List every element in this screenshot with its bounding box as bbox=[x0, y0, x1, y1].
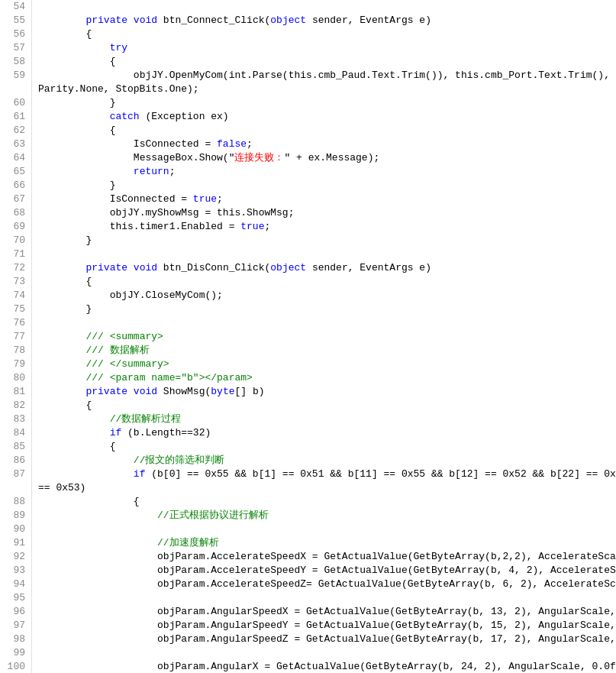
line-number: 99 bbox=[3, 646, 25, 660]
line-number: 86 bbox=[3, 454, 25, 468]
code-line: == 0x53) bbox=[38, 481, 616, 495]
line-number: 79 bbox=[3, 358, 25, 371]
code-line: Parity.None, StopBits.One); bbox=[38, 83, 616, 96]
code-line: MessageBox.Show("连接失败：" + ex.Message); bbox=[38, 151, 616, 165]
code-line: private void ShowMsg(byte[] b) bbox=[38, 385, 616, 399]
line-number: 77 bbox=[3, 330, 25, 344]
code-line: objParam.AccelerateSpeedZ= GetActualValu… bbox=[38, 578, 616, 591]
line-number: 62 bbox=[3, 124, 25, 138]
code-line: try bbox=[38, 41, 616, 55]
code-line: objParam.AngularSpeedY = GetActualValue(… bbox=[38, 619, 616, 633]
code-line: catch (Exception ex) bbox=[38, 110, 616, 124]
code-line: objJY.myShowMsg = this.ShowMsg; bbox=[38, 206, 616, 220]
code-line: objParam.AngularSpeedZ = GetActualValue(… bbox=[38, 633, 616, 646]
code-line bbox=[38, 248, 616, 261]
line-number: 97 bbox=[3, 619, 25, 633]
code-line: /// <summary> bbox=[38, 330, 616, 344]
line-number: 56 bbox=[3, 28, 25, 41]
code-line: { bbox=[38, 55, 616, 69]
line-number: 58 bbox=[3, 55, 25, 69]
line-number: 88 bbox=[3, 495, 25, 509]
line-number: 80 bbox=[3, 371, 25, 385]
line-number: 64 bbox=[3, 151, 25, 165]
code-line: this.timer1.Enabled = true; bbox=[38, 220, 616, 234]
line-number: 54 bbox=[3, 0, 25, 14]
code-line: private void btn_Connect_Click(object se… bbox=[38, 14, 616, 28]
code-line: { bbox=[38, 124, 616, 138]
code-line: { bbox=[38, 399, 616, 413]
line-number: 87 bbox=[3, 468, 25, 481]
line-number: 82 bbox=[3, 399, 25, 413]
line-number: 85 bbox=[3, 440, 25, 454]
line-number: 72 bbox=[3, 261, 25, 275]
code-line: } bbox=[38, 303, 616, 316]
line-number: 59 bbox=[3, 69, 25, 83]
code-line: objJY.OpenMyCom(int.Parse(this.cmb_Paud.… bbox=[38, 69, 616, 83]
line-number-gutter: 5455565758596061626364656667686970717273… bbox=[0, 0, 32, 673]
line-number: 76 bbox=[3, 316, 25, 330]
line-number bbox=[3, 481, 25, 495]
line-number: 66 bbox=[3, 179, 25, 193]
line-number: 91 bbox=[3, 536, 25, 550]
line-number: 78 bbox=[3, 344, 25, 358]
line-number: 92 bbox=[3, 550, 25, 564]
line-number: 61 bbox=[3, 110, 25, 124]
code-line: } bbox=[38, 96, 616, 110]
line-number: 83 bbox=[3, 413, 25, 426]
code-line: objParam.AngularX = GetActualValue(GetBy… bbox=[38, 660, 616, 673]
line-number: 89 bbox=[3, 509, 25, 523]
line-number: 65 bbox=[3, 165, 25, 179]
code-line: //报文的筛选和判断 bbox=[38, 454, 616, 468]
line-number: 71 bbox=[3, 248, 25, 261]
code-line bbox=[38, 646, 616, 660]
code-line: objParam.AccelerateSpeedX = GetActualVal… bbox=[38, 550, 616, 564]
line-number: 75 bbox=[3, 303, 25, 316]
code-line: //加速度解析 bbox=[38, 536, 616, 550]
line-number: 68 bbox=[3, 206, 25, 220]
line-number: 98 bbox=[3, 633, 25, 646]
code-line: /// <param name="b"></param> bbox=[38, 371, 616, 385]
code-line: if (b.Length==32) bbox=[38, 426, 616, 440]
line-number: 84 bbox=[3, 426, 25, 440]
line-number: 74 bbox=[3, 289, 25, 303]
code-line: IsConnected = false; bbox=[38, 138, 616, 151]
line-number: 73 bbox=[3, 275, 25, 289]
code-line: //数据解析过程 bbox=[38, 413, 616, 426]
line-number: 94 bbox=[3, 578, 25, 591]
code-line: IsConnected = true; bbox=[38, 193, 616, 206]
code-line: { bbox=[38, 275, 616, 289]
code-line: return; bbox=[38, 165, 616, 179]
code-line: objParam.AngularSpeedX = GetActualValue(… bbox=[38, 605, 616, 619]
code-line bbox=[38, 316, 616, 330]
line-number: 69 bbox=[3, 220, 25, 234]
line-number: 57 bbox=[3, 41, 25, 55]
code-line: if (b[0] == 0x55 && b[1] == 0x51 && b[11… bbox=[38, 468, 616, 481]
code-line: private void btn_DisConn_Click(object se… bbox=[38, 261, 616, 275]
code-line bbox=[38, 523, 616, 536]
code-editor: 5455565758596061626364656667686970717273… bbox=[0, 0, 616, 673]
line-number: 95 bbox=[3, 591, 25, 605]
line-number: 55 bbox=[3, 14, 25, 28]
code-line: objParam.AccelerateSpeedY = GetActualVal… bbox=[38, 564, 616, 578]
line-number: 90 bbox=[3, 523, 25, 536]
code-line: objJY.CloseMyCom(); bbox=[38, 289, 616, 303]
line-number: 96 bbox=[3, 605, 25, 619]
code-line: { bbox=[38, 28, 616, 41]
code-line: } bbox=[38, 179, 616, 193]
code-line: /// 数据解析 bbox=[38, 344, 616, 358]
code-line: } bbox=[38, 234, 616, 248]
line-number: 63 bbox=[3, 138, 25, 151]
line-number: 81 bbox=[3, 385, 25, 399]
code-line: //正式根据协议进行解析 bbox=[38, 509, 616, 523]
line-number: 70 bbox=[3, 234, 25, 248]
line-number: 67 bbox=[3, 193, 25, 206]
line-number: 93 bbox=[3, 564, 25, 578]
code-content[interactable]: private void btn_Connect_Click(object se… bbox=[32, 0, 616, 673]
line-number: 60 bbox=[3, 96, 25, 110]
line-number bbox=[3, 83, 25, 96]
code-line bbox=[38, 0, 616, 14]
line-number: 100 bbox=[3, 660, 25, 673]
code-line bbox=[38, 591, 616, 605]
code-line: /// </summary> bbox=[38, 358, 616, 371]
code-line: { bbox=[38, 440, 616, 454]
